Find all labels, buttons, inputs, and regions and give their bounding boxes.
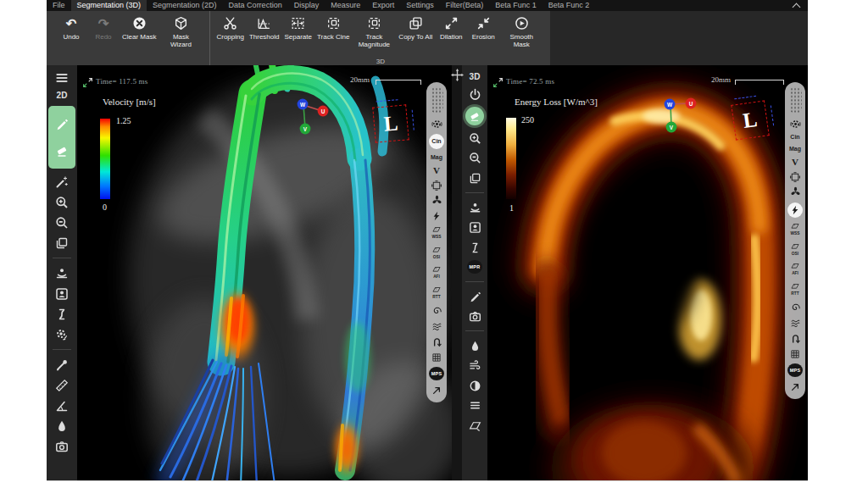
fan-streamlines-button[interactable] <box>790 186 801 197</box>
cine-mode-button[interactable]: Cin <box>790 134 799 141</box>
track-cine-button[interactable]: Track Cine <box>314 14 352 57</box>
eyedropper-button[interactable] <box>55 358 69 372</box>
zoom-out-button[interactable] <box>55 215 69 230</box>
eraser-3d-tool-button[interactable] <box>465 107 484 125</box>
brush-tool-button[interactable] <box>55 117 69 130</box>
seed-point-button[interactable] <box>55 266 69 280</box>
bounding-box-button[interactable] <box>790 172 800 182</box>
rotate-gear-button[interactable] <box>790 119 801 130</box>
magnitude-mode-button[interactable]: Mag <box>789 146 801 152</box>
menu-beta-func-2[interactable]: Beta Func 2 <box>542 0 596 11</box>
osi-map-button[interactable]: OSI <box>790 242 800 258</box>
screenshot-camera-3d-button[interactable] <box>469 309 481 324</box>
cropping-button[interactable]: Cropping <box>214 14 246 57</box>
vortex-spiral-button[interactable] <box>431 305 442 316</box>
redo-button[interactable]: ↷ Redo <box>87 14 120 57</box>
drag-handle-icon[interactable] <box>789 86 802 114</box>
hamburger-menu-icon[interactable] <box>54 70 70 85</box>
menu-measure[interactable]: Measure <box>325 0 366 11</box>
wss-map-button[interactable]: WSS <box>431 225 442 241</box>
power-toggle-button[interactable] <box>469 87 481 102</box>
afi-map-button[interactable]: AFI <box>431 265 442 280</box>
menu-segmentation-2d[interactable]: Segmentation (2D) <box>147 0 223 11</box>
droplet-3d-button[interactable] <box>469 339 481 353</box>
rotate-gear-button[interactable] <box>431 119 442 130</box>
contrast-button[interactable] <box>469 379 481 393</box>
collapse-ribbon-chevron-icon[interactable] <box>793 0 799 11</box>
wave-button[interactable] <box>431 321 442 332</box>
clear-mask-button[interactable]: Clear Mask <box>120 14 159 57</box>
menu-display[interactable]: Display <box>288 0 326 11</box>
velocity-mode-button[interactable]: V <box>792 157 798 167</box>
grid-button[interactable] <box>431 352 442 363</box>
grid-button[interactable] <box>790 349 800 359</box>
duplicate-layers-3d-button[interactable] <box>469 171 481 186</box>
flow-bolt-button[interactable] <box>787 202 803 218</box>
afi-map-button[interactable]: AFI <box>790 262 800 277</box>
uturn-pathlines-button[interactable] <box>790 333 801 344</box>
panel-3d-tools: 3D MPR <box>462 65 487 480</box>
portrait-view-3d-button[interactable] <box>469 220 481 235</box>
menu-settings[interactable]: Settings <box>400 0 440 11</box>
move-splitter-icon[interactable] <box>449 67 465 82</box>
bounding-box-button[interactable] <box>431 180 442 191</box>
separate-button[interactable]: Separate <box>282 14 314 57</box>
undo-button[interactable]: ↶ Undo <box>55 14 87 57</box>
stack-lines-button[interactable] <box>469 398 481 413</box>
mps-button[interactable]: MPS <box>787 363 803 377</box>
expand-viewport-icon[interactable] <box>492 77 504 88</box>
dilation-button[interactable]: Dilation <box>435 14 467 57</box>
flow-flux-3d-button[interactable] <box>469 241 481 255</box>
magnitude-mode-button[interactable]: Mag <box>431 154 442 161</box>
smooth-mask-button[interactable]: Smooth Mask <box>499 14 543 57</box>
viewport-energy-loss[interactable]: Time= 72.5 ms Energy Loss [W/m^3] 250 1 … <box>487 65 808 480</box>
mps-button[interactable]: MPS <box>429 367 444 380</box>
rtt-map-button[interactable]: RTT <box>431 286 442 301</box>
threshold-button[interactable]: Threshold <box>247 14 282 57</box>
menu-beta-func-1[interactable]: Beta Func 1 <box>489 0 542 11</box>
menu-segmentation-3d[interactable]: Segmentation (3D) <box>71 0 147 11</box>
droplet-button[interactable] <box>55 419 69 433</box>
menu-file[interactable]: File <box>47 0 71 11</box>
flow-bolt-button[interactable] <box>431 211 442 221</box>
viewport-velocity-streamlines[interactable]: Time= 117.5 ms Velocity [m/s] 1.25 0 20m… <box>77 65 452 480</box>
mask-wizard-button[interactable]: Mask Wizard <box>159 14 203 57</box>
zoom-out-3d-button[interactable] <box>469 151 481 165</box>
wind-flow-button[interactable] <box>469 358 481 373</box>
rtt-map-button[interactable]: RTT <box>790 282 800 297</box>
fan-streamlines-button[interactable] <box>431 195 442 206</box>
mpr-button[interactable]: MPR <box>467 260 482 274</box>
surface-plane-button[interactable] <box>469 419 481 433</box>
pen-3d-button[interactable] <box>469 289 481 303</box>
angle-measure-button[interactable] <box>55 398 69 413</box>
flow-flux-button[interactable] <box>55 307 69 321</box>
wave-button[interactable] <box>790 318 801 329</box>
seed-point-3d-button[interactable] <box>469 201 481 215</box>
ruler-measure-button[interactable] <box>55 378 69 392</box>
diagonal-arrow-button[interactable] <box>790 382 800 392</box>
magic-wand-button[interactable] <box>55 175 69 189</box>
expand-viewport-icon[interactable] <box>82 77 93 88</box>
wss-map-button[interactable]: WSS <box>790 222 800 237</box>
erosion-button[interactable]: Erosion <box>467 14 499 57</box>
copy-to-all-button[interactable]: Copy To All <box>396 14 435 57</box>
duplicate-layers-button[interactable] <box>55 236 69 250</box>
diagonal-arrow-button[interactable] <box>431 385 442 396</box>
menu-export[interactable]: Export <box>366 0 400 11</box>
menu-filter-beta[interactable]: Filter(Beta) <box>440 0 490 11</box>
uturn-pathlines-button[interactable] <box>431 336 442 347</box>
vortex-spiral-button[interactable] <box>790 302 801 313</box>
osi-map-button[interactable]: OSI <box>431 246 442 261</box>
zoom-in-button[interactable] <box>55 195 69 209</box>
velocity-mode-button[interactable]: V <box>433 165 440 175</box>
eraser-tool-button[interactable] <box>55 144 69 158</box>
sync-settings-button[interactable] <box>55 327 69 341</box>
viewport-splitter[interactable] <box>452 65 462 480</box>
cine-mode-button[interactable]: Cin <box>429 134 444 149</box>
track-magnitude-button[interactable]: Track Magnitude <box>352 14 396 57</box>
drag-handle-icon[interactable] <box>431 86 443 114</box>
menu-data-correction[interactable]: Data Correction <box>223 0 288 11</box>
zoom-in-3d-button[interactable] <box>469 131 481 146</box>
screenshot-camera-button[interactable] <box>55 439 69 453</box>
portrait-view-button[interactable] <box>55 286 69 301</box>
